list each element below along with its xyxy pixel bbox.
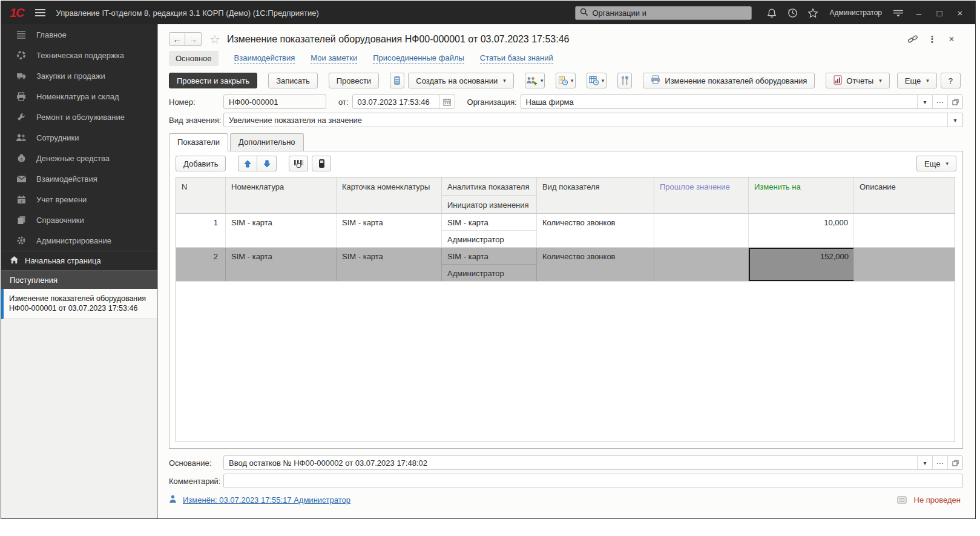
sidebar-item-label: Главное <box>36 30 67 39</box>
date-value: 03.07.2023 17:53:46 <box>353 98 439 107</box>
scheduled-list-button[interactable] <box>587 73 607 88</box>
cell-previous-value[interactable] <box>654 248 749 281</box>
organization-dropdown-icon[interactable] <box>917 95 932 108</box>
maximize-button[interactable]: □ <box>930 4 949 21</box>
sidebar-item-main[interactable]: Главное <box>1 24 157 45</box>
post-and-close-button[interactable]: Провести и закрыть <box>169 73 257 88</box>
history-clock-icon[interactable] <box>783 4 801 21</box>
basis-value: Ввод остатков № НФ00-000002 от 03.07.202… <box>224 458 917 468</box>
current-user[interactable]: Администратор <box>829 8 882 17</box>
value-kind-field[interactable]: Увеличение показателя на значение <box>223 113 963 127</box>
report-icon <box>834 75 842 87</box>
sidebar-item-time[interactable]: 7 Учет времени <box>1 189 157 210</box>
more-button[interactable]: Еще <box>897 73 937 88</box>
calendar-picker-icon[interactable] <box>439 95 455 108</box>
cell-change-to-active[interactable]: 152,000 <box>749 248 854 281</box>
cell-description[interactable] <box>854 214 955 247</box>
back-arrow-button[interactable]: ← <box>169 32 185 46</box>
service-menu-icon[interactable] <box>889 4 907 21</box>
reports-button[interactable]: Отчеты <box>826 73 889 88</box>
create-based-on-button[interactable]: Создать на основании <box>408 73 513 88</box>
basis-open-icon[interactable] <box>947 456 962 469</box>
sidebar-item-repair[interactable]: Ремонт и обслуживание <box>1 107 157 127</box>
sidebar-item-home-page[interactable]: Начальная страница <box>1 251 157 270</box>
cell-indicator-kind[interactable]: Количество звонков <box>537 248 654 281</box>
grid-more-button[interactable]: Еще <box>916 156 956 171</box>
sidebar-item-money[interactable]: s Денежные средства <box>1 148 157 168</box>
more-actions-kebab-icon[interactable]: ⋮ <box>924 32 940 47</box>
forward-arrow-button[interactable]: → <box>185 32 202 46</box>
sidebar-group-receipts[interactable]: Поступления <box>1 270 157 289</box>
cell-card[interactable]: SIM - карта <box>337 214 442 247</box>
nav-link-attached-files[interactable]: Присоединенные файлы <box>373 53 464 64</box>
sidebar-item-administration[interactable]: Администрирование <box>1 230 157 251</box>
cell-card[interactable]: SIM - карта <box>337 248 442 281</box>
cell-n[interactable]: 2 <box>176 248 226 281</box>
sidebar-item-support[interactable]: Техническая поддержка <box>1 45 157 65</box>
sidebar-item-catalogs[interactable]: Справочники <box>1 210 157 230</box>
cell-analytics[interactable]: SIM - карта <box>442 214 536 231</box>
get-link-icon[interactable] <box>905 32 921 47</box>
document-register-button[interactable] <box>390 73 404 88</box>
value-kind-dropdown-icon[interactable] <box>947 113 962 127</box>
save-button[interactable]: Записать <box>268 73 318 88</box>
sidebar-item-warehouse[interactable]: Номенклатура и склад <box>1 86 157 107</box>
cell-initiator[interactable]: Администратор <box>442 231 536 247</box>
organization-choose-icon[interactable] <box>932 95 947 108</box>
basis-choose-icon[interactable] <box>932 456 947 469</box>
app-window: 1С Управление IT-отделом 8, редакция 3.1… <box>1 1 976 519</box>
move-row-up-button[interactable] <box>238 156 257 171</box>
basis-dropdown-icon[interactable] <box>917 456 932 469</box>
document-tasks-button[interactable] <box>556 73 576 88</box>
add-row-button[interactable]: Добавить <box>176 156 226 171</box>
cell-initiator[interactable]: Администратор <box>442 265 536 281</box>
service-tools-button[interactable] <box>617 73 632 88</box>
cell-analytics-initiator[interactable]: SIM - карта Администратор <box>442 214 537 247</box>
cell-description[interactable] <box>854 248 955 281</box>
nav-tab-main[interactable]: Основное <box>169 51 219 66</box>
help-button[interactable]: ? <box>941 73 961 88</box>
print-document-button[interactable]: Изменение показателей оборудования <box>643 73 815 88</box>
open-document-label: Изменение показателей оборудования НФ00-… <box>9 294 146 313</box>
global-search-input[interactable]: Организации и <box>575 6 752 20</box>
data-terminal-button[interactable] <box>312 156 331 171</box>
table-row-selected[interactable]: 2 SIM - карта SIM - карта SIM - карта Ад… <box>176 248 955 282</box>
main-sections-icon <box>16 30 27 39</box>
cell-n[interactable]: 1 <box>176 214 226 247</box>
favorite-star-icon[interactable]: ☆ <box>209 32 220 47</box>
cell-nomenclature[interactable]: SIM - карта <box>226 214 337 247</box>
sidebar-open-document-item[interactable]: Изменение показателей оборудования НФ00-… <box>1 289 157 319</box>
assign-responsible-button[interactable] <box>525 73 545 88</box>
sidebar-item-purchases[interactable]: Закупки и продажи <box>1 65 157 86</box>
favorites-star-icon[interactable] <box>804 4 822 21</box>
cell-indicator-kind[interactable]: Количество звонков <box>537 214 654 247</box>
organization-open-icon[interactable] <box>947 95 962 108</box>
close-window-button[interactable]: × <box>951 4 969 21</box>
cell-analytics[interactable]: SIM - карта <box>442 248 536 265</box>
cell-change-to[interactable]: 10,000 <box>749 214 854 247</box>
cell-analytics-initiator[interactable]: SIM - карта Администратор <box>442 248 537 281</box>
cell-nomenclature[interactable]: SIM - карта <box>226 248 337 281</box>
cell-previous-value[interactable] <box>654 214 749 247</box>
move-row-down-button[interactable] <box>257 156 277 171</box>
minimize-button[interactable]: – <box>910 4 928 21</box>
tab-indicators[interactable]: Показатели <box>169 133 228 151</box>
tab-additional[interactable]: Дополнительно <box>230 133 304 151</box>
number-field[interactable]: НФ00-000001 <box>223 94 326 109</box>
sidebar-item-employees[interactable]: Сотрудники <box>1 127 157 148</box>
sidebar-item-interactions[interactable]: Взаимодействия <box>1 168 157 189</box>
date-field[interactable]: 03.07.2023 17:53:46 <box>352 94 455 109</box>
nav-link-my-notes[interactable]: Мои заметки <box>311 53 357 64</box>
basis-field[interactable]: Ввод остатков № НФ00-000002 от 03.07.202… <box>223 455 963 470</box>
organization-field[interactable]: Наша фирма <box>521 94 963 109</box>
notifications-bell-icon[interactable] <box>763 4 781 21</box>
hamburger-menu-icon[interactable] <box>35 9 45 10</box>
close-document-icon[interactable]: × <box>944 32 959 47</box>
nav-link-interactions[interactable]: Взаимодействия <box>234 53 295 64</box>
modified-history-link[interactable]: Изменён: 03.07.2023 17:55:17 Администрат… <box>183 495 350 505</box>
comment-field[interactable] <box>223 474 963 488</box>
nav-link-kb-articles[interactable]: Статьи базы знаний <box>480 53 553 64</box>
barcode-scan-button[interactable] <box>289 156 308 171</box>
table-row[interactable]: 1 SIM - карта SIM - карта SIM - карта Ад… <box>176 214 955 248</box>
post-button[interactable]: Провести <box>329 73 380 88</box>
